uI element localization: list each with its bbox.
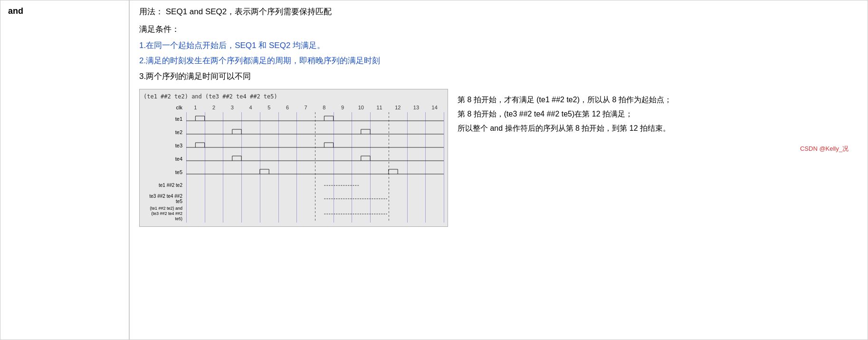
num-5: 5 [260, 105, 278, 110]
signal-svg-te3 [186, 139, 444, 152]
num-11: 11 [370, 105, 389, 110]
diagram-title: (te1 ##2 te2) and (te3 ##2 te4 ##2 te5) [143, 93, 444, 100]
num-6: 6 [278, 105, 297, 110]
timing-diagram-area: (te1 ##2 te2) and (te3 ##2 te4 ##2 te5) … [139, 89, 448, 227]
signal-svg-combined [186, 205, 444, 223]
signal-label-te1: te1 [143, 116, 186, 122]
signal-label-te3: te3 [143, 143, 186, 148]
num-8: 8 [315, 105, 334, 110]
num-12: 12 [389, 105, 407, 110]
num-9: 9 [334, 105, 352, 110]
signal-canvas-seq1 [186, 179, 444, 192]
signal-row-te1: te1 [143, 112, 444, 126]
signals-container: te1 [143, 112, 444, 223]
num-1: 1 [186, 105, 205, 110]
watermark-text: CSDN @Kelly_况 [800, 143, 849, 155]
num-13: 13 [407, 105, 426, 110]
signal-row-te5: te5 [143, 165, 444, 179]
clk-label: clk [143, 105, 186, 110]
num-3: 3 [223, 105, 241, 110]
num-10: 10 [352, 105, 370, 110]
clk-header-row: clk 1 2 3 4 5 6 7 8 9 10 11 [143, 103, 444, 112]
signal-label-seq2: te3 ##2 te4 ##2 te5 [143, 194, 186, 204]
signal-svg-te4 [186, 152, 444, 165]
signal-canvas-te3 [186, 139, 444, 152]
num-7: 7 [296, 105, 315, 110]
page-container: and 用法： SEQ1 and SEQ2，表示两个序列需要保持匹配 满足条件：… [0, 0, 868, 340]
signal-row-te4: te4 [143, 152, 444, 165]
signal-canvas-te5 [186, 165, 444, 179]
signal-canvas-te2 [186, 126, 444, 139]
keyword-cell: and [0, 0, 129, 340]
explanation-line-2: 第 8 拍开始，(te3 ##2 te4 ##2 te5)在第 12 拍满足； [458, 107, 849, 121]
signal-row-seq1: te1 ##2 te2 [143, 179, 444, 192]
diagram-wrapper: clk 1 2 3 4 5 6 7 8 9 10 11 [143, 103, 444, 223]
signal-row-te3: te3 [143, 139, 444, 152]
conditions-title: 满足条件： [139, 23, 858, 37]
signal-label-combined: (te1 ##2 te2) and(te3 ##2 te4 ##2 te5) [143, 206, 186, 221]
condition-1: 1.在同一个起始点开始后，SEQ1 和 SEQ2 均满足。 [139, 39, 858, 53]
keyword-text: and [8, 6, 23, 16]
num-14: 14 [425, 105, 444, 110]
condition-2: 2.满足的时刻发生在两个序列都满足的周期，即稍晚序列的满足时刻 [139, 54, 858, 68]
signal-canvas-combined [186, 205, 444, 223]
content-cell: 用法： SEQ1 and SEQ2，表示两个序列需要保持匹配 满足条件： 1.在… [129, 0, 868, 340]
signal-canvas-te1 [186, 112, 444, 126]
signal-label-te4: te4 [143, 156, 186, 162]
signal-label-seq1: te1 ##2 te2 [143, 183, 186, 188]
signal-canvas-seq2 [186, 192, 444, 205]
usage-text: SEQ1 and SEQ2，表示两个序列需要保持匹配 [166, 7, 332, 16]
number-row: 1 2 3 4 5 6 7 8 9 10 11 12 13 [186, 105, 444, 110]
num-2: 2 [205, 105, 223, 110]
num-4: 4 [241, 105, 260, 110]
signal-svg-te2 [186, 126, 444, 139]
signal-label-te5: te5 [143, 169, 186, 175]
signal-label-te2: te2 [143, 129, 186, 135]
explanation-area: 第 8 拍开始，才有满足 (te1 ##2 te2)，所以从 8 拍作为起始点；… [448, 89, 858, 227]
explanation-line-1: 第 8 拍开始，才有满足 (te1 ##2 te2)，所以从 8 拍作为起始点； [458, 93, 849, 107]
signal-row-te2: te2 [143, 126, 444, 139]
signal-svg-seq2 [186, 192, 444, 205]
signal-canvas-te4 [186, 152, 444, 165]
signal-row-combined: (te1 ##2 te2) and(te3 ##2 te4 ##2 te5) [143, 205, 444, 223]
condition-3: 3.两个序列的满足时间可以不同 [139, 69, 858, 84]
signal-svg-te1 [186, 112, 444, 126]
signal-svg-te5 [186, 165, 444, 179]
explanation-line-3: 所以整个 and 操作符后的序列从第 8 拍开始，到第 12 拍结束。 [458, 121, 849, 136]
signal-row-seq2: te3 ##2 te4 ##2 te5 [143, 192, 444, 205]
bottom-section: (te1 ##2 te2) and (te3 ##2 te4 ##2 te5) … [139, 89, 858, 227]
signal-svg-seq1 [186, 179, 444, 192]
usage-line: 用法： SEQ1 and SEQ2，表示两个序列需要保持匹配 [139, 5, 858, 19]
usage-label: 用法： [139, 7, 163, 16]
